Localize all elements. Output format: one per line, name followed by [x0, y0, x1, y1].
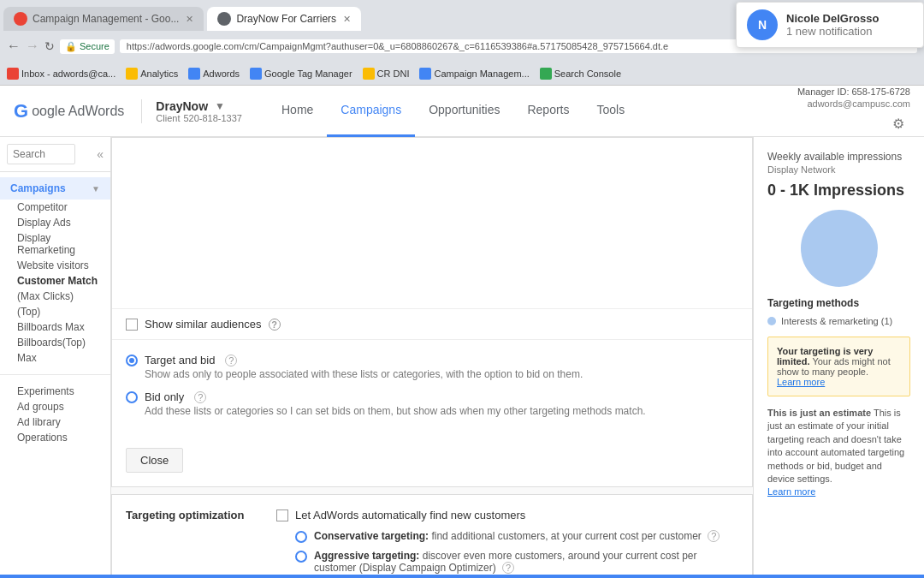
aggressive-targeting-option: Aggressive targeting: discover even more… [295, 550, 738, 574]
target-bid-help-icon[interactable]: ? [225, 355, 237, 366]
close-button-row: Close [112, 441, 752, 486]
bookmark-label-cr-dni: CR DNI [377, 69, 410, 79]
sidebar-display-remarketing-label: Display Remarketing [17, 232, 75, 256]
adwords-header: G oogle AdWords DrayNow ▼ Client 520-818… [0, 86, 924, 137]
targeting-opt-controls: Let AdWords automatically find new custo… [276, 509, 738, 578]
nav-tools[interactable]: Tools [583, 86, 638, 137]
sidebar-display-ads-label: Display Ads [17, 217, 71, 229]
nav-home[interactable]: Home [268, 86, 327, 137]
tab-favicon-2 [217, 12, 231, 26]
warning-box: Your targeting is very limited. Your ads… [767, 337, 910, 396]
let-adwords-checkbox[interactable] [276, 509, 288, 521]
bid-only-radio[interactable] [126, 391, 138, 403]
bookmark-adwords[interactable]: Adwords [188, 68, 240, 80]
bookmark-tag-manager[interactable]: Google Tag Manager [250, 68, 352, 80]
bookmark-label-tag-manager: Google Tag Manager [264, 69, 352, 79]
sidebar-item-competitor[interactable]: Competitor [0, 200, 110, 215]
targeting-optimization-panel: Targeting optimization Let AdWords autom… [111, 494, 753, 578]
sidebar-item-display-ads[interactable]: Display Ads [0, 215, 110, 230]
let-adwords-row: Let AdWords automatically find new custo… [276, 509, 738, 521]
nav-home-label: Home [281, 103, 313, 116]
targeting-options: Target and bid ? Show ads only to people… [112, 340, 752, 441]
close-button[interactable]: Close [126, 448, 183, 473]
bookmarks-bar: Inbox - adwords@ca... Analytics Adwords … [0, 62, 924, 86]
bookmark-analytics[interactable]: Analytics [126, 68, 178, 80]
sidebar-item-ad-library[interactable]: Ad library [0, 414, 110, 430]
bookmark-icon-adwords [188, 68, 200, 80]
client-dropdown-arrow[interactable]: ▼ [215, 100, 225, 112]
sidebar-collapse-button[interactable]: « [97, 147, 104, 161]
aggressive-targeting-help-icon[interactable]: ? [502, 562, 514, 574]
target-bid-desc: Show ads only to people associated with … [145, 368, 738, 380]
nav-opportunities[interactable]: Opportunities [415, 86, 513, 137]
secure-label: Secure [80, 41, 110, 51]
back-button[interactable]: ← [7, 39, 21, 54]
manager-id: Manager ID: 658-175-6728 [797, 86, 910, 97]
warning-learn-more-link[interactable]: Learn more [777, 377, 825, 387]
sidebar-item-ad-groups[interactable]: Ad groups [0, 399, 110, 414]
notification-name: Nicole DelGrosso [786, 12, 879, 25]
forward-button[interactable]: → [26, 39, 39, 54]
bid-only-label: Bid only [145, 390, 184, 403]
sidebar-item-customer-match[interactable]: Customer Match [0, 273, 110, 289]
search-input[interactable] [7, 144, 75, 164]
target-bid-radio[interactable] [126, 355, 138, 366]
method-label: Interests & remarketing (1) [781, 316, 892, 326]
adwords-logo: G oogle AdWords [14, 100, 124, 122]
bookmark-label-adwords: Adwords [203, 69, 240, 79]
sidebar-item-display-remarketing[interactable]: Display Remarketing [0, 230, 110, 258]
settings-button[interactable]: ⚙ [886, 112, 910, 136]
sidebar-item-billboards-max[interactable]: Billboards Max [0, 319, 110, 335]
tab-close-2[interactable]: ✕ [336, 14, 351, 25]
sidebar-item-max-clicks[interactable]: (Max Clicks) [0, 289, 110, 304]
sidebar-item-experiments[interactable]: Experiments [0, 384, 110, 399]
sidebar-operations-label: Operations [17, 432, 68, 444]
bid-only-help-icon[interactable]: ? [194, 391, 206, 403]
conservative-targeting-radio[interactable] [295, 531, 307, 543]
estimate-title: This is just an estimate [767, 408, 871, 418]
similar-audiences-help-icon[interactable]: ? [269, 319, 281, 331]
campaigns-dropdown-arrow: ▼ [92, 184, 100, 194]
tab-campaign-management[interactable]: Campaign Management - Goo... ✕ [3, 7, 204, 31]
bookmark-icon-analytics [126, 68, 138, 80]
sidebar-item-billboards-top[interactable]: Billboards(Top) [0, 335, 110, 350]
similar-audiences-label: Show similar audiences [145, 318, 262, 331]
tab-favicon-1 [14, 12, 27, 26]
lock-icon: 🔒 [65, 41, 77, 52]
bookmark-inbox[interactable]: Inbox - adwords@ca... [7, 68, 116, 80]
sidebar-item-website-visitors[interactable]: Website visitors [0, 258, 110, 273]
notification-message: 1 new notification [786, 25, 879, 38]
bookmark-search-console[interactable]: Search Console [540, 68, 621, 80]
estimate-learn-more-link[interactable]: Learn more [767, 486, 815, 497]
sidebar-campaigns-section: Campaigns ▼ Competitor Display Ads Displ… [0, 172, 110, 371]
conservative-targeting-help-icon[interactable]: ? [708, 530, 720, 542]
bookmark-cr-dni[interactable]: CR DNI [363, 68, 410, 80]
sidebar-ad-groups-label: Ad groups [17, 401, 64, 413]
aggressive-targeting-radio[interactable] [295, 551, 307, 563]
sidebar-item-max[interactable]: Max [0, 350, 110, 366]
logo-adwords-text: oogle AdWords [32, 104, 124, 119]
nav-campaigns[interactable]: Campaigns [327, 86, 415, 137]
bookmark-campaign-mgmt[interactable]: Campaign Managem... [419, 68, 529, 80]
targeting-opt-title: Targeting optimization [126, 509, 263, 521]
sidebar-item-operations[interactable]: Operations [0, 430, 110, 445]
aggressive-targeting-text: Aggressive targeting: discover even more… [314, 550, 738, 574]
sidebar-item-top[interactable]: (Top) [0, 304, 110, 319]
sidebar-experiments-label: Experiments [17, 385, 74, 397]
sidebar-campaigns-label: Campaigns [10, 182, 66, 194]
audience-panel: Show similar audiences ? Target and bid … [111, 137, 753, 487]
bid-only-label-row[interactable]: Bid only ? [126, 390, 738, 403]
sidebar-competitor-label: Competitor [17, 201, 68, 213]
conservative-targeting-option: Conservative targeting: find additional … [295, 530, 738, 543]
sidebar-item-campaigns[interactable]: Campaigns ▼ [0, 177, 110, 200]
nav-reports[interactable]: Reports [513, 86, 583, 137]
tab-draynow[interactable]: DrayNow For Carriers ✕ [207, 7, 361, 31]
sidebar-max-label: Max [17, 352, 37, 364]
bid-only-desc: Add these lists or categories so I can s… [145, 405, 738, 417]
similar-audiences-checkbox[interactable] [126, 319, 138, 331]
sidebar-top-label: (Top) [17, 306, 40, 318]
bottom-blue-bar [0, 575, 924, 578]
reload-button[interactable]: ↻ [44, 39, 55, 53]
tab-close-1[interactable]: ✕ [179, 14, 193, 25]
target-bid-label-row[interactable]: Target and bid ? [126, 354, 738, 366]
